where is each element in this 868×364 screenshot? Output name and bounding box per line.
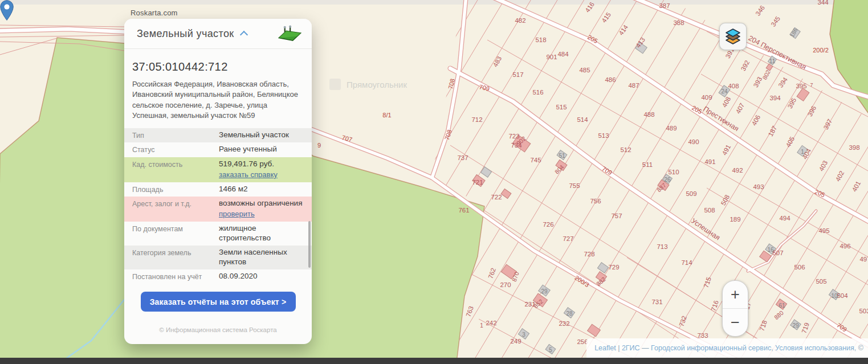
parcel-number-label: 503 — [859, 308, 868, 314]
parcel-address: Российская Федерация, Ивановская область… — [124, 79, 312, 121]
info-row-value: 1466 м2 — [219, 185, 248, 195]
info-row-2: Кад. стоимость519,491.76 руб.заказать сп… — [124, 157, 312, 182]
parcel-number-label: 726 — [543, 221, 553, 228]
parcel-number-label: 493 — [753, 183, 764, 190]
parcel-number-label: 505 — [816, 278, 826, 285]
zoom-out-button[interactable]: − — [723, 308, 748, 336]
info-row-link[interactable]: заказать справку — [219, 170, 278, 179]
route-number-label: 8/1 — [382, 112, 391, 118]
parcel-number-label: 506 — [794, 264, 805, 271]
bottom-bar — [0, 358, 868, 364]
parcel-number-label: 497 — [859, 256, 868, 263]
route-number-label: 9 — [317, 142, 321, 149]
parcel-number-label: 507 — [772, 250, 783, 256]
info-table: ТипЗемельный участокСтатусРанее учтенный… — [124, 128, 312, 284]
ghost-rectangle-tool: Прямоугольник — [329, 76, 438, 93]
parcel-number-label: 722 — [491, 194, 502, 201]
map-top-strip — [0, 0, 868, 5]
attribution-dash: — — [640, 344, 651, 352]
site-brand: Roskarta.com — [131, 9, 178, 17]
leaflet-link[interactable]: Leaflet — [594, 344, 616, 352]
parcel-info-panel: Земельный участок 37:05:010442:712 Росси… — [124, 19, 312, 344]
building-number-label: 10 — [831, 293, 838, 299]
parcel-number-label: 517 — [512, 71, 523, 78]
panel-footer: © Информационная система Роскарта — [124, 326, 312, 333]
attribution-comma: , — [771, 344, 775, 352]
chevron-up-icon[interactable] — [240, 31, 248, 39]
panel-title: Земельный участок — [137, 28, 234, 40]
info-row-label: Статус — [132, 145, 219, 155]
info-row-3: Площадь1466 м2 — [124, 182, 312, 197]
parcel-number-label: 394 — [769, 95, 781, 101]
panel-header: Земельный участок — [124, 19, 312, 49]
rectangle-tool-icon — [329, 79, 341, 90]
parcel-number-label: 486 — [605, 76, 616, 83]
parcel-number-label: 729 — [608, 264, 619, 271]
info-row-label: Постановлен на учёт — [132, 272, 219, 282]
parcel-number-label: 901 — [546, 54, 557, 60]
layers-control-button[interactable] — [719, 23, 747, 50]
building-number-label: 24 — [721, 88, 728, 95]
provider-link[interactable]: 2ГИС — [622, 344, 640, 352]
info-row-value: жилищное строительство — [219, 224, 304, 243]
info-row-value: Земельный участок — [219, 130, 289, 141]
parcel-number-label: 7 — [810, 82, 813, 88]
parcel-number-label: 387 — [659, 2, 670, 9]
parcel-number-label: 491 — [704, 158, 715, 165]
order-reports-button[interactable]: Заказать отчёты на этот объект > — [141, 292, 296, 312]
parcel-number-label: 489 — [666, 125, 677, 132]
parcel-number-label: 745 — [530, 157, 541, 163]
map-stage[interactable]: 70870970870798/1205205205709709200/3200/… — [0, 0, 868, 364]
parcel-number-label: 755 — [569, 182, 580, 189]
parcel-number-label: 712 — [471, 116, 482, 123]
parcel-number-label: 756 — [590, 198, 601, 205]
parcel-number-label: 516 — [532, 89, 543, 96]
parcel-number-label: 511 — [642, 161, 653, 168]
parcel-number-label: 409 — [701, 94, 712, 101]
parcel-number-label: 757 — [611, 212, 622, 219]
building-number-label: 26 — [664, 177, 671, 183]
parcel-number-label: 242 — [486, 320, 496, 326]
parcel-number-label: 388 — [673, 19, 684, 26]
terms-link[interactable]: Условия использования — [775, 344, 854, 352]
parcel-number-label: 488 — [643, 111, 654, 118]
panel-scrollbar[interactable] — [308, 221, 311, 268]
service-link[interactable]: Городской информационный сервис — [651, 344, 771, 352]
parcel-number-label: 487 — [628, 82, 639, 89]
parcel-number-label: 731 — [651, 298, 662, 305]
parcel-number-label: 509 — [686, 190, 696, 197]
info-row-0: ТипЗемельный участок — [124, 128, 312, 143]
info-row-link[interactable]: проверить — [219, 210, 255, 219]
building-number-label: 29 — [792, 322, 799, 329]
info-row-value: 08.09.2020 — [219, 272, 258, 282]
info-row-label: Кад. стоимость — [132, 159, 219, 180]
info-row-value: Земли населенных пунктов — [219, 248, 304, 267]
map-marker-712[interactable] — [0, 0, 14, 21]
parcel-number-label: 398 — [849, 144, 859, 151]
zoom-in-button[interactable]: + — [723, 281, 748, 308]
parcel-number-label: 395 — [796, 83, 806, 89]
parcel-number-label: 344 — [817, 0, 829, 6]
info-row-5: По документамжилищное строительство — [124, 222, 312, 246]
parcel-number-label: 484 — [557, 51, 569, 58]
info-row-label: Арест, залог и т.д. — [132, 199, 219, 219]
attribution-tail: , © — [854, 344, 863, 352]
cadastral-number: 37:05:010442:712 — [124, 60, 312, 73]
info-row-label: По документам — [132, 224, 219, 243]
info-row-1: СтатусРанее учтенный — [124, 142, 312, 157]
attribution-separator: | — [616, 344, 622, 352]
map-attribution: Leaflet | 2ГИС — Городской информационны… — [586, 338, 868, 358]
parcel-number-label: 727 — [563, 235, 573, 242]
info-row-label: Категория земель — [132, 248, 219, 267]
parcel-number-label: 496 — [840, 243, 850, 250]
parcel-number-label: 714 — [681, 259, 692, 266]
parcel-number-label: 512 — [620, 146, 631, 153]
panel-body: 37:05:010442:712 Российская Федерация, И… — [124, 49, 312, 344]
parcel-number-label: 232 — [559, 320, 569, 327]
info-row-value: возможны ограниченияпроверить — [219, 199, 302, 219]
parcel-number-label: 721 — [472, 179, 483, 186]
parcel-number-label: 737 — [457, 154, 468, 161]
roskarta-logo-icon — [276, 25, 303, 42]
building-number-label: 51 — [559, 153, 565, 159]
parcel-number-label: 490 — [688, 138, 699, 145]
